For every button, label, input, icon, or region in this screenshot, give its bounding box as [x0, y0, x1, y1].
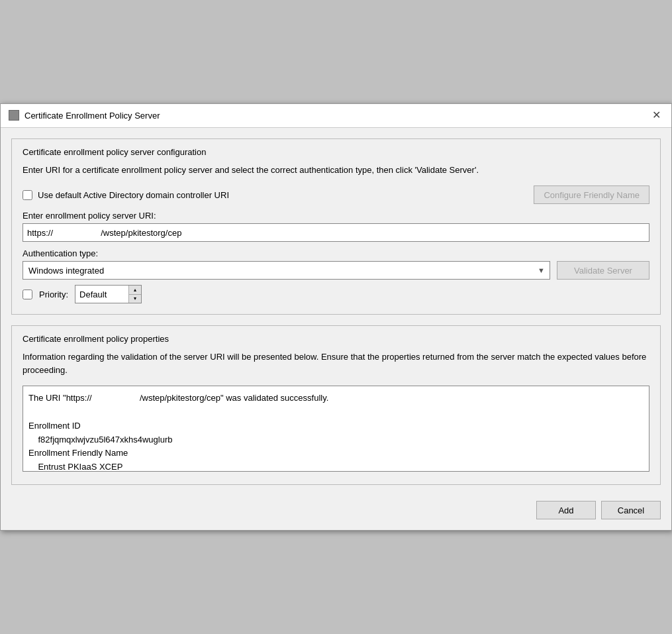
auth-label: Authentication type:: [23, 248, 649, 258]
priority-input[interactable]: Default: [75, 286, 128, 303]
validate-server-button[interactable]: Validate Server: [557, 261, 649, 280]
properties-section-title: Certificate enrollment policy properties: [23, 334, 649, 344]
priority-label[interactable]: Priority:: [39, 290, 68, 299]
auth-field-group: Authentication type: Windows integrated …: [23, 248, 649, 280]
cancel-button[interactable]: Cancel: [601, 501, 661, 519]
uri-field-group: Enter enrollment policy server URI:: [23, 211, 649, 242]
uri-label: Enter enrollment policy server URI:: [23, 211, 649, 221]
configure-friendly-name-button[interactable]: Configure Friendly Name: [534, 185, 649, 204]
config-section-desc: Enter URI for a certificate enrollment p…: [23, 164, 649, 177]
properties-section-desc: Information regarding the validation of …: [23, 350, 649, 376]
window-icon: [9, 110, 19, 121]
auth-select-row: Windows integrated Anonymous Username/Pa…: [23, 261, 649, 280]
spinner-up-button[interactable]: ▴: [129, 286, 141, 294]
title-bar-left: Certificate Enrollment Policy Server: [9, 110, 160, 121]
priority-row: Priority: Default ▴ ▾: [23, 285, 649, 303]
bottom-buttons: Add Cancel: [1, 496, 671, 530]
uri-input[interactable]: [23, 223, 649, 242]
checkbox-group: Use default Active Directory domain cont…: [23, 190, 527, 200]
auth-select-wrapper: Windows integrated Anonymous Username/Pa…: [23, 261, 550, 280]
priority-checkbox[interactable]: [23, 290, 32, 299]
add-button[interactable]: Add: [536, 501, 596, 519]
spinner-down-button[interactable]: ▾: [129, 294, 141, 303]
priority-spinner: Default ▴ ▾: [75, 285, 142, 303]
window-title: Certificate Enrollment Policy Server: [24, 111, 160, 121]
properties-textarea[interactable]: The URI "https:// /wstep/pkitestorg/cep"…: [23, 386, 649, 472]
checkbox-row: Use default Active Directory domain cont…: [23, 185, 649, 204]
title-bar: Certificate Enrollment Policy Server ✕: [1, 104, 671, 128]
config-section: Certificate enrollment policy server con…: [11, 138, 661, 315]
use-default-uri-label[interactable]: Use default Active Directory domain cont…: [38, 190, 229, 200]
spinner-buttons: ▴ ▾: [128, 286, 141, 303]
main-window: Certificate Enrollment Policy Server ✕ C…: [0, 103, 672, 531]
config-section-title: Certificate enrollment policy server con…: [23, 147, 649, 157]
properties-section: Certificate enrollment policy properties…: [11, 325, 661, 485]
auth-type-select[interactable]: Windows integrated Anonymous Username/Pa…: [23, 261, 550, 280]
use-default-uri-checkbox[interactable]: [23, 190, 32, 200]
close-button[interactable]: ✕: [649, 110, 663, 121]
window-body: Certificate enrollment policy server con…: [1, 128, 671, 496]
